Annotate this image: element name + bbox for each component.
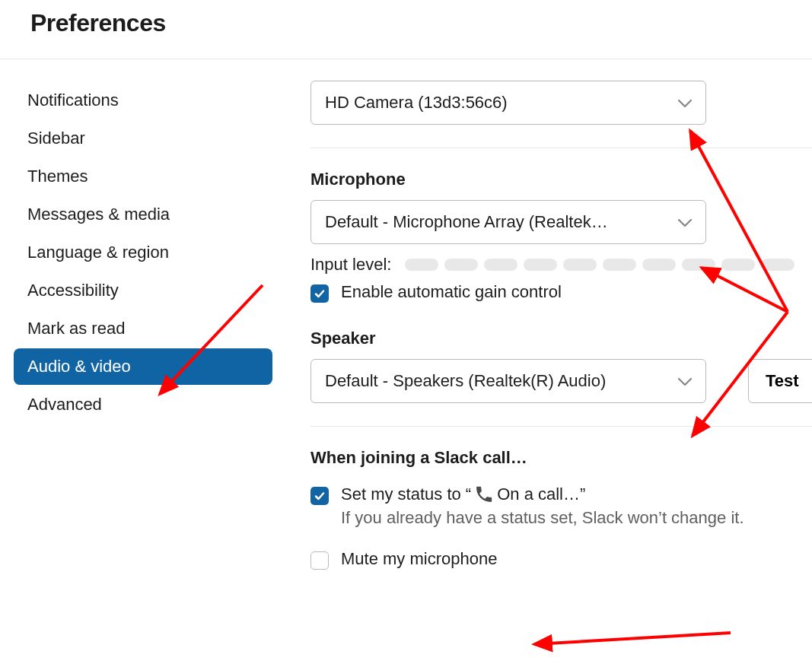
test-speaker-button[interactable]: Test (748, 359, 812, 403)
mute-microphone-label: Mute my microphone (341, 549, 497, 569)
gain-control-checkbox[interactable] (310, 284, 329, 303)
main-content: HD Camera (13d3:56c6) Microphone Default… (272, 81, 812, 570)
speaker-select-value: Default - Speakers (Realtek(R) Audio) (325, 371, 606, 391)
section-divider (310, 148, 812, 148)
speaker-select[interactable]: Default - Speakers (Realtek(R) Audio) (310, 359, 706, 403)
sidebar-item-advanced[interactable]: Advanced (14, 386, 272, 423)
sidebar-item-accessibility[interactable]: Accessibility (14, 272, 272, 309)
sidebar-item-mark-as-read[interactable]: Mark as read (14, 310, 272, 347)
sidebar-item-sidebar[interactable]: Sidebar (14, 120, 272, 157)
sidebar-item-language-region[interactable]: Language & region (14, 234, 272, 271)
input-level-meter (405, 259, 794, 271)
camera-select[interactable]: HD Camera (13d3:56c6) (310, 81, 706, 125)
input-level-label: Input level: (310, 255, 391, 275)
sidebar-item-themes[interactable]: Themes (14, 158, 272, 195)
set-status-text: On a call… (497, 484, 580, 504)
set-status-suffix: ” (580, 484, 585, 504)
sidebar-item-audio-video[interactable]: Audio & video (14, 348, 272, 385)
set-status-checkbox[interactable] (310, 487, 329, 505)
phone-icon (474, 484, 494, 504)
speaker-label: Speaker (310, 329, 812, 348)
sidebar: Notifications Sidebar Themes Messages & … (0, 81, 272, 570)
gain-control-label: Enable automatic gain control (341, 282, 562, 302)
set-status-prefix: Set my status to “ (341, 484, 471, 504)
microphone-label: Microphone (310, 170, 812, 189)
camera-select-value: HD Camera (13d3:56c6) (325, 93, 508, 113)
section-divider (310, 426, 812, 427)
call-section-heading: When joining a Slack call… (310, 448, 812, 468)
chevron-down-icon (678, 212, 692, 232)
sidebar-item-notifications[interactable]: Notifications (14, 82, 272, 119)
microphone-select[interactable]: Default - Microphone Array (Realtek… (310, 200, 706, 244)
page-title: Preferences (30, 9, 782, 37)
chevron-down-icon (678, 371, 692, 391)
sidebar-item-messages-media[interactable]: Messages & media (14, 196, 272, 233)
set-status-hint: If you already have a status set, Slack … (341, 508, 812, 528)
svg-line-5 (534, 633, 731, 644)
mute-microphone-checkbox[interactable] (310, 551, 329, 570)
microphone-select-value: Default - Microphone Array (Realtek… (325, 212, 608, 232)
chevron-down-icon (678, 93, 692, 113)
